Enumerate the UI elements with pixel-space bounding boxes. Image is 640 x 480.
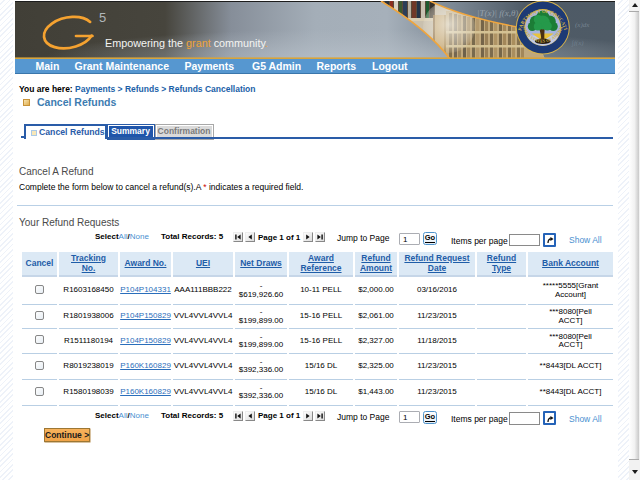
svg-text:5: 5 bbox=[99, 10, 106, 25]
svg-text:∫f(x): ∫f(x) bbox=[571, 39, 584, 47]
svg-text:|T(x)| f(x,θ): |T(x)| f(x,θ) bbox=[477, 8, 518, 18]
svg-text:Empowering the grant community: Empowering the grant community. bbox=[105, 37, 268, 49]
svg-text:(x)dx: (x)dx bbox=[575, 21, 590, 29]
